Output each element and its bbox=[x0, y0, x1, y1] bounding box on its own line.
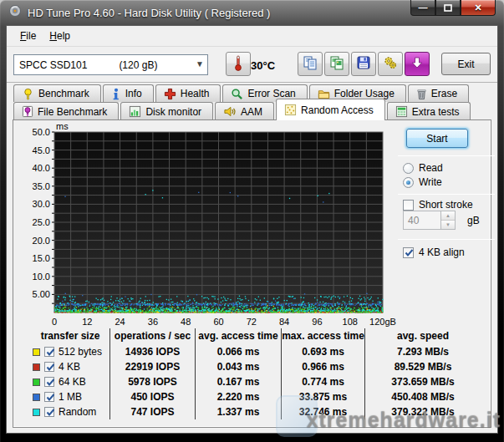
svg-text:60: 60 bbox=[213, 317, 223, 327]
exit-label: Exit bbox=[457, 58, 474, 70]
svg-text:30.0: 30.0 bbox=[33, 199, 50, 209]
title-bar[interactable]: HD Tune Pro 4.60 - Hard Disk Utility ( R… bbox=[0, 0, 504, 25]
maximize-button[interactable] bbox=[435, 0, 461, 16]
tab-erase[interactable]: Erase bbox=[408, 84, 469, 102]
table-cell-ops: 5978 IOPS bbox=[109, 374, 195, 389]
read-radio[interactable]: Read bbox=[403, 162, 443, 174]
tab-benchmark[interactable]: Benchmark bbox=[13, 84, 101, 102]
svg-text:12: 12 bbox=[82, 317, 92, 327]
capacity-spinner: 40 ▲▼ gB bbox=[403, 211, 480, 230]
series-color-swatch bbox=[33, 378, 40, 386]
tab-file-benchmark[interactable]: File Benchmark bbox=[13, 102, 119, 120]
start-label: Start bbox=[426, 133, 447, 145]
close-icon: ✕ bbox=[474, 3, 481, 13]
read-label: Read bbox=[419, 162, 443, 174]
checkbox-checked-icon bbox=[403, 247, 414, 258]
thermometer-icon bbox=[233, 54, 243, 74]
table-cell-speed: 7.293 MB/s bbox=[364, 344, 481, 359]
tab-label: Erase bbox=[431, 88, 457, 99]
tab-label: Folder Usage bbox=[334, 88, 395, 99]
table-cell-ops: 450 IOPS bbox=[109, 389, 195, 404]
random-access-panel: 50.045.040.035.030.025.020.015.010.05.00… bbox=[13, 119, 491, 428]
align-checkbox[interactable]: 4 KB align bbox=[403, 246, 465, 258]
table-cell-avg: 0.043 ms bbox=[195, 359, 281, 374]
svg-text:72: 72 bbox=[247, 317, 257, 327]
health-icon bbox=[164, 88, 176, 100]
temperature-button[interactable] bbox=[226, 52, 251, 76]
table-row-series: 1 MB bbox=[31, 389, 109, 404]
extra-tests-icon bbox=[395, 105, 408, 118]
series-label: 512 bytes bbox=[59, 344, 102, 359]
series-color-swatch bbox=[33, 409, 40, 416]
separator bbox=[398, 194, 495, 195]
options-button[interactable] bbox=[378, 52, 403, 76]
series-checkbox[interactable] bbox=[44, 347, 54, 357]
disk-monitor-icon bbox=[129, 105, 141, 118]
table-cell-ops: 14936 IOPS bbox=[109, 344, 195, 359]
app-window: HD Tune Pro 4.60 - Hard Disk Utility ( R… bbox=[0, 0, 504, 442]
checkbox-unchecked-icon bbox=[403, 200, 414, 211]
app-icon bbox=[8, 4, 22, 21]
tab-label: AAM bbox=[241, 106, 262, 118]
benchmark-icon bbox=[22, 88, 34, 100]
download-arrow-icon bbox=[410, 56, 424, 73]
series-checkbox[interactable] bbox=[44, 392, 54, 402]
table-cell-ops: 747 IOPS bbox=[109, 404, 195, 419]
svg-text:25.0: 25.0 bbox=[33, 217, 50, 227]
chevron-down-icon: ▼ bbox=[196, 59, 204, 69]
svg-text:84: 84 bbox=[279, 317, 289, 327]
minimize-icon: — bbox=[419, 3, 428, 13]
erase-icon bbox=[416, 88, 427, 100]
capacity-input[interactable]: 40 bbox=[403, 211, 441, 230]
close-button[interactable]: ✕ bbox=[461, 0, 496, 16]
exit-button[interactable]: Exit bbox=[441, 53, 491, 75]
series-checkbox[interactable] bbox=[44, 377, 54, 387]
series-color-swatch bbox=[33, 348, 40, 356]
file-benchmark-icon bbox=[22, 105, 33, 118]
table-cell-speed: 379.322 MB/s bbox=[364, 404, 481, 419]
tab-health[interactable]: Health bbox=[155, 84, 221, 102]
options-gears-icon bbox=[383, 55, 398, 74]
minimize-button[interactable]: — bbox=[410, 0, 435, 16]
series-checkbox[interactable] bbox=[44, 407, 54, 417]
drive-selector[interactable]: SPCC SSD101 (120 gB) ▼ bbox=[13, 54, 208, 75]
copy-image-button[interactable] bbox=[324, 52, 349, 76]
tab-label: Error Scan bbox=[247, 88, 295, 99]
info-icon bbox=[111, 88, 121, 100]
temperature-value: 30°C bbox=[251, 59, 275, 72]
table-cell-speed: 373.659 MB/s bbox=[364, 374, 481, 389]
download-update-button[interactable] bbox=[405, 52, 430, 76]
tab-random-access[interactable]: Random Access bbox=[276, 99, 385, 120]
spinner-buttons[interactable]: ▲▼ bbox=[441, 211, 456, 230]
menu-file[interactable]: File bbox=[13, 28, 43, 44]
write-label: Write bbox=[419, 176, 442, 188]
start-button[interactable]: Start bbox=[406, 129, 468, 148]
column-header: transfer size bbox=[31, 328, 109, 344]
copy-text-button[interactable] bbox=[298, 52, 323, 76]
radio-selected-icon bbox=[403, 177, 414, 188]
table-cell-speed: 89.529 MB/s bbox=[364, 359, 481, 374]
save-icon bbox=[356, 55, 371, 74]
tab-info[interactable]: Info bbox=[103, 84, 154, 102]
table-row-series: Random bbox=[31, 404, 109, 419]
aam-icon bbox=[223, 105, 237, 118]
tab-strip: BenchmarkInfoHealthError ScanFolder Usag… bbox=[13, 84, 491, 120]
table-row-series: 4 KB bbox=[31, 359, 109, 374]
series-checkbox[interactable] bbox=[44, 362, 54, 372]
tab-disk-monitor[interactable]: Disk monitor bbox=[120, 102, 213, 120]
table-cell-max: 0.693 ms bbox=[281, 344, 364, 359]
client-area: File Help SPCC SSD101 (120 gB) ▼ 30°C bbox=[6, 25, 498, 434]
table-cell-max: 32.746 ms bbox=[281, 404, 364, 419]
tab-label: Disk monitor bbox=[145, 106, 201, 118]
separator bbox=[398, 155, 495, 156]
tab-aam[interactable]: AAM bbox=[215, 102, 274, 120]
menu-help[interactable]: Help bbox=[43, 28, 77, 44]
short-stroke-checkbox[interactable]: Short stroke bbox=[403, 199, 473, 211]
tab-extra-tests[interactable]: Extra tests bbox=[387, 102, 471, 120]
random-access-icon bbox=[284, 104, 297, 116]
svg-text:45.0: 45.0 bbox=[33, 145, 50, 155]
save-button[interactable] bbox=[351, 52, 376, 76]
write-radio[interactable]: Write bbox=[403, 176, 442, 188]
svg-text:50.0: 50.0 bbox=[33, 127, 50, 137]
radio-icon bbox=[403, 163, 414, 174]
